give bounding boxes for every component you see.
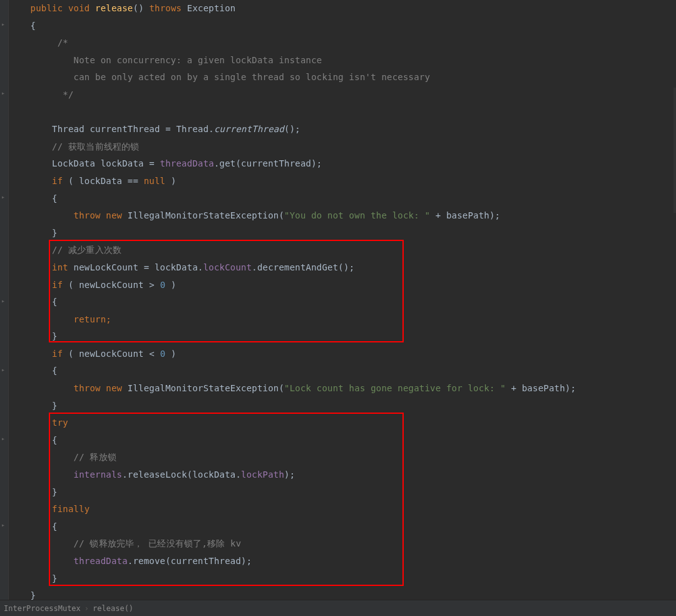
token: ) (165, 176, 176, 186)
token-string: "You do not own the lock: " (284, 210, 430, 220)
token: ( lockData == (63, 176, 143, 186)
token-keyword: throws (149, 3, 182, 13)
fold-marker-icon[interactable]: ▸ (1, 21, 8, 28)
code-line[interactable]: // 减少重入次数 (9, 242, 673, 259)
token-string: "Lock count has gone negative for lock: … (284, 383, 506, 393)
token: .releaseLock(lockData. (122, 470, 241, 480)
scrollbar-thumb[interactable] (673, 88, 676, 213)
token: + basePath); (430, 210, 500, 220)
code-line[interactable]: */ (9, 86, 673, 104)
code-line[interactable] (9, 104, 673, 121)
token: newLockCount = lockData. (68, 262, 203, 272)
code-line[interactable]: int newLockCount = lockData.lockCount.de… (9, 259, 673, 277)
code-line[interactable]: { (9, 432, 673, 449)
code-line[interactable]: Thread currentThread = Thread.currentThr… (9, 121, 673, 138)
code-line[interactable]: } (9, 398, 673, 415)
token-brace: } (31, 590, 36, 600)
token: LockData lockData = (52, 158, 160, 168)
breadcrumb-class[interactable]: InterProcessMutex (4, 604, 81, 613)
code-line[interactable]: can be only acted on by a single thread … (9, 69, 673, 86)
token: .remove(currentThread); (128, 556, 252, 566)
breadcrumb[interactable]: InterProcessMutex › release() (0, 600, 676, 616)
token-field: threadData (74, 556, 128, 566)
token-keyword: throw new (74, 210, 128, 220)
token-brace: { (52, 521, 58, 531)
code-area[interactable]: public void release() throws Exception {… (9, 0, 673, 600)
token-comment: // 获取当前线程的锁 (52, 141, 140, 151)
token: ) (165, 280, 176, 290)
code-line[interactable]: public void release() throws Exception (9, 0, 673, 18)
vertical-scrollbar[interactable] (673, 0, 676, 600)
token-brace: } (52, 573, 58, 583)
code-line[interactable]: { (9, 518, 673, 536)
token: Thread currentThread = Thread. (52, 124, 214, 134)
fold-marker-icon[interactable]: ▸ (1, 367, 8, 373)
code-line[interactable]: if ( newLockCount < 0 ) (9, 346, 673, 363)
token-keyword: try (52, 418, 68, 428)
code-line[interactable]: LockData lockData = threadData.get(curre… (9, 155, 673, 173)
breadcrumb-sep-icon: › (84, 604, 89, 613)
code-line[interactable]: throw new IllegalMonitorStateException("… (9, 207, 673, 225)
token: ; (106, 314, 111, 324)
code-line[interactable]: // 释放锁 (9, 449, 673, 466)
code-line[interactable]: finally (9, 501, 673, 518)
token-paren: () (133, 3, 144, 13)
token-keyword: throw new (74, 383, 128, 393)
code-line[interactable]: { (9, 294, 673, 311)
token: .decrementAndGet(); (252, 262, 354, 272)
token-static-call: currentThread (214, 124, 284, 134)
fold-marker-icon[interactable]: ▸ (1, 522, 8, 528)
token: IllegalMonitorStateException( (128, 383, 284, 393)
token-keyword: if (52, 280, 63, 290)
token: (); (284, 124, 300, 134)
token-keyword: if (52, 349, 63, 359)
code-line[interactable]: try (9, 414, 673, 432)
token: ( newLockCount > (63, 280, 160, 290)
token-field: internals (74, 470, 123, 480)
token-method: release (95, 3, 133, 13)
code-line[interactable]: return; (9, 311, 673, 329)
code-line[interactable]: throw new IllegalMonitorStateException("… (9, 380, 673, 398)
token-brace: { (52, 366, 58, 376)
fold-marker-icon[interactable]: ▸ (1, 90, 8, 96)
gutter: ▸ ▸ ▸ ▸ ▸ ▸ ▸ (0, 0, 9, 600)
code-line[interactable]: // 锁释放完毕， 已经没有锁了,移除 kv (9, 535, 673, 553)
token-comment: /* (58, 38, 68, 48)
code-line[interactable]: } (9, 484, 673, 501)
token-comment: */ (58, 90, 74, 100)
token-keyword: void (68, 3, 90, 13)
code-editor[interactable]: ▸ ▸ ▸ ▸ ▸ ▸ ▸ public void release() thro… (0, 0, 676, 600)
token-comment: can be only acted on by a single thread … (58, 72, 430, 82)
code-line[interactable]: if ( lockData == null ) (9, 173, 673, 190)
code-line[interactable]: internals.releaseLock(lockData.lockPath)… (9, 466, 673, 484)
token-comment: // 锁释放完毕， 已经没有锁了,移除 kv (74, 538, 242, 548)
token-brace: } (52, 228, 58, 238)
code-line[interactable]: Note on concurrency: a given lockData in… (9, 52, 673, 69)
token: + basePath); (506, 383, 576, 393)
token-field: threadData (160, 158, 214, 168)
code-line[interactable]: threadData.remove(currentThread); (9, 553, 673, 570)
breadcrumb-method[interactable]: release() (93, 604, 133, 613)
code-line[interactable]: } (9, 225, 673, 242)
code-line[interactable]: // 获取当前线程的锁 (9, 138, 673, 156)
token: ( newLockCount < (63, 349, 160, 359)
token-field: lockCount (203, 262, 252, 272)
token-comment: Note on concurrency: a given lockData in… (58, 55, 322, 65)
token-brace: } (52, 401, 58, 411)
token-number: 0 (160, 280, 166, 290)
code-line[interactable]: { (9, 18, 673, 35)
code-line[interactable]: if ( newLockCount > 0 ) (9, 277, 673, 294)
token: ) (165, 349, 176, 359)
code-line[interactable]: { (9, 362, 673, 380)
fold-marker-icon[interactable]: ▸ (1, 194, 8, 200)
token-keyword: return (74, 314, 106, 324)
fold-marker-icon[interactable]: ▸ (1, 436, 8, 442)
code-line[interactable]: } (9, 328, 673, 346)
code-line[interactable]: } (9, 570, 673, 588)
token: ); (284, 470, 295, 480)
token-brace: { (31, 21, 36, 31)
token-type: Exception (187, 3, 236, 13)
code-line[interactable]: { (9, 190, 673, 208)
code-line[interactable]: /* (9, 34, 673, 52)
fold-marker-icon[interactable]: ▸ (1, 298, 8, 304)
